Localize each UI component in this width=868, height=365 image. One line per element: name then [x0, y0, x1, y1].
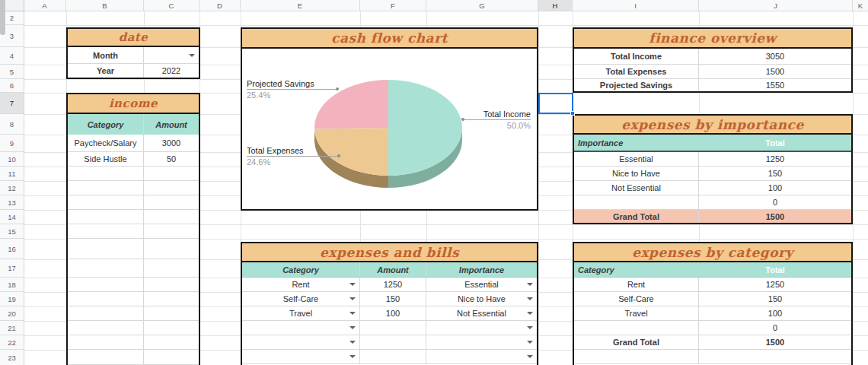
bills-header-importance[interactable]: Importance — [426, 262, 537, 277]
row-header-12[interactable]: 12 — [0, 181, 24, 195]
fill-handle[interactable] — [570, 111, 575, 116]
importance-label[interactable] — [574, 195, 699, 210]
dropdown-arrow-icon[interactable] — [527, 341, 533, 344]
bills-cell-importance[interactable] — [426, 335, 537, 350]
bills-cell-amount[interactable]: 1250 — [360, 278, 426, 292]
income-cell-amount[interactable]: 50 — [144, 152, 199, 167]
dropdown-arrow-icon[interactable] — [527, 355, 533, 358]
income-cell-category[interactable] — [68, 224, 144, 239]
finance-value[interactable]: 3050 — [699, 49, 851, 65]
row-header-6[interactable]: 6 — [0, 79, 24, 93]
category-label[interactable] — [574, 350, 699, 364]
row-header-11[interactable]: 11 — [0, 167, 24, 181]
importance-header[interactable]: Importance — [574, 135, 699, 151]
column-header-D[interactable]: D — [199, 0, 241, 11]
income-cell-category[interactable] — [68, 350, 144, 365]
bills-header-amount[interactable]: Amount — [360, 262, 426, 277]
category-total-header[interactable]: Total — [699, 262, 851, 277]
row-header-20[interactable]: 20 — [0, 306, 24, 321]
importance-value[interactable]: 1250 — [699, 152, 851, 167]
row-header-5[interactable]: 5 — [0, 65, 24, 79]
income-cell-amount[interactable] — [144, 181, 199, 195]
row-header-4[interactable]: 4 — [0, 47, 24, 65]
bills-cell-category[interactable]: Self-Care — [242, 292, 360, 306]
income-cell-amount[interactable] — [144, 306, 199, 321]
finance-label[interactable]: Total Income — [574, 49, 699, 65]
selected-cell-H7[interactable] — [538, 93, 573, 114]
dropdown-arrow-icon[interactable] — [189, 54, 195, 57]
income-header-category[interactable]: Category — [68, 114, 144, 135]
importance-label[interactable]: Essential — [574, 152, 699, 167]
dropdown-arrow-icon[interactable] — [527, 283, 533, 286]
dropdown-arrow-icon[interactable] — [527, 297, 533, 300]
income-cell-amount[interactable] — [144, 350, 199, 365]
row-header-7[interactable]: 7 — [0, 93, 24, 114]
dropdown-arrow-icon[interactable] — [527, 326, 533, 329]
bills-cell-category[interactable]: Travel — [242, 306, 360, 321]
category-value[interactable]: 0 — [699, 321, 851, 335]
column-header-B[interactable]: B — [66, 0, 144, 11]
row-header-16[interactable]: 16 — [0, 239, 24, 259]
dropdown-arrow-icon[interactable] — [349, 326, 356, 329]
importance-value[interactable]: 0 — [699, 195, 851, 210]
year-label[interactable]: Year — [68, 64, 144, 78]
column-header-F[interactable]: F — [360, 0, 426, 11]
row-header-19[interactable]: 19 — [0, 292, 24, 306]
income-cell-amount[interactable] — [144, 239, 199, 259]
importance-total-header[interactable]: Total — [699, 135, 851, 151]
bills-header-category[interactable]: Category — [242, 262, 360, 277]
row-header-10[interactable]: 10 — [0, 152, 24, 167]
bills-cell-category[interactable]: Rent — [242, 278, 360, 292]
year-value[interactable]: 2022 — [144, 64, 199, 78]
row-header-14[interactable]: 14 — [0, 210, 24, 224]
income-cell-amount[interactable] — [144, 224, 199, 239]
dropdown-arrow-icon[interactable] — [349, 297, 356, 300]
column-header-C[interactable]: C — [144, 0, 199, 11]
importance-grand-total-value[interactable]: 1500 — [699, 210, 851, 223]
column-header-I[interactable]: I — [573, 0, 699, 11]
row-header-23[interactable]: 23 — [0, 350, 24, 365]
bills-cell-importance[interactable]: Not Essential — [426, 306, 537, 321]
dropdown-arrow-icon[interactable] — [527, 312, 533, 315]
dropdown-arrow-icon[interactable] — [349, 312, 356, 315]
month-value-cell[interactable] — [144, 47, 199, 64]
income-cell-category[interactable] — [68, 181, 144, 195]
row-header-13[interactable]: 13 — [0, 195, 24, 210]
bills-cell-amount[interactable]: 100 — [360, 306, 426, 321]
bills-cell-importance[interactable]: Nice to Have — [426, 292, 537, 306]
income-cell-amount[interactable] — [144, 321, 199, 335]
dropdown-arrow-icon[interactable] — [349, 283, 356, 286]
income-cell-amount[interactable] — [144, 292, 199, 306]
finance-label[interactable]: Total Expenses — [574, 65, 699, 79]
category-label[interactable]: Rent — [574, 278, 699, 292]
income-cell-category[interactable]: Side Hustle — [68, 152, 144, 167]
row-header-17[interactable]: 17 — [0, 259, 24, 278]
income-cell-amount[interactable] — [144, 195, 199, 210]
month-label[interactable]: Month — [68, 47, 144, 64]
category-value[interactable] — [699, 350, 851, 364]
importance-label[interactable]: Not Essential — [574, 181, 699, 195]
finance-label[interactable]: Projected Savings — [574, 79, 699, 91]
income-cell-amount[interactable] — [144, 259, 199, 278]
category-grand-total-label[interactable]: Grand Total — [574, 335, 699, 350]
dropdown-arrow-icon[interactable] — [349, 355, 356, 358]
importance-label[interactable]: Nice to Have — [574, 167, 699, 181]
category-value[interactable]: 150 — [699, 292, 851, 306]
category-value[interactable]: 1250 — [699, 278, 851, 292]
bills-cell-amount[interactable] — [360, 350, 426, 364]
category-label[interactable] — [574, 321, 699, 335]
income-cell-amount[interactable] — [144, 278, 199, 292]
category-header[interactable]: Category — [574, 262, 699, 277]
importance-grand-total-label[interactable]: Grand Total — [574, 210, 699, 223]
income-cell-category[interactable] — [68, 321, 144, 335]
income-cell-category[interactable] — [68, 239, 144, 259]
income-cell-amount[interactable] — [144, 210, 199, 224]
dropdown-arrow-icon[interactable] — [349, 341, 356, 344]
income-cell-amount[interactable] — [144, 335, 199, 350]
row-header-18[interactable]: 18 — [0, 278, 24, 292]
importance-value[interactable]: 150 — [699, 167, 851, 181]
column-header-H[interactable]: H — [538, 0, 573, 11]
income-cell-category[interactable] — [68, 278, 144, 292]
income-cell-category[interactable] — [68, 259, 144, 278]
row-header-9[interactable]: 9 — [0, 135, 24, 152]
